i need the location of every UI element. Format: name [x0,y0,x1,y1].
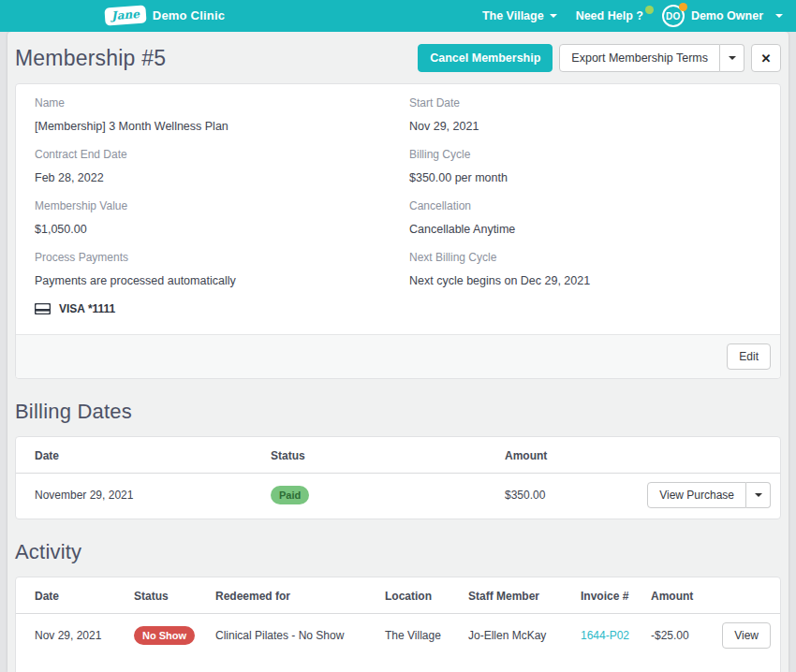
field-label: Billing Cycle [409,148,767,161]
invoice-link[interactable]: 1644-P02 [581,629,629,642]
location-menu[interactable]: The Village [482,9,557,22]
modal-header: Membership #5 Cancel Membership Export M… [7,32,789,83]
details-left-column: Name [Membership] 3 Month Wellness Plan … [35,96,401,334]
page-title: Membership #5 [15,46,166,71]
avatar: DO [662,5,685,27]
activity-invoice-cell: 1644-P02 [581,629,651,642]
field-name: Name [Membership] 3 Month Wellness Plan [35,96,401,133]
column-header-amount: Amount [651,590,767,603]
activity-date-cell: Nov 29, 2021 [35,629,134,642]
status-badge: Paid [271,486,309,504]
user-menu[interactable]: DO Demo Owner [662,5,783,27]
field-label: Contract End Date [35,148,401,161]
billing-status-cell: Paid [271,486,505,504]
activity-status-cell: No Show [134,626,215,645]
field-value: Payments are processed automatically [35,274,401,287]
column-header-status: Status [271,449,505,462]
column-header-date: Date [35,449,271,462]
column-header-staff-member: Staff Member [468,590,581,603]
activity-location-cell: The Village [385,629,468,642]
column-header-invoice: Invoice # [581,590,651,603]
field-value: [Membership] 3 Month Wellness Plan [35,120,401,133]
brand[interactable]: Jane Demo Clinic [105,7,225,24]
view-purchase-split-button: View Purchase [647,482,771,508]
chevron-down-icon [729,56,736,60]
billing-date-cell: November 29, 2021 [35,489,271,502]
details-card-footer: Edit [16,334,780,378]
activity-title: Activity [15,540,789,564]
field-process-payments: Process Payments Payments are processed … [35,251,401,287]
field-membership-value: Membership Value $1,050.00 [35,199,401,236]
close-button[interactable]: ✕ [751,44,781,72]
export-dropdown-button[interactable] [720,44,744,72]
column-header-redeemed-for: Redeemed for [215,590,385,603]
column-header-amount: Amount [505,449,767,462]
field-value: Next cycle begins on Dec 29, 2021 [409,274,767,287]
billing-table-header: Date Status Amount [16,437,780,474]
column-header-location: Location [385,590,468,603]
field-label: Next Billing Cycle [409,251,767,264]
billing-dates-card: Date Status Amount November 29, 2021 Pai… [15,436,781,519]
chevron-down-icon [550,14,557,18]
field-contract-end-date: Contract End Date Feb 28, 2022 [35,148,401,184]
field-label: Name [35,96,401,110]
field-cancellation: Cancellation Cancellable Anytime [409,199,767,236]
activity-staff-cell: Jo-Ellen McKay [468,629,581,642]
field-value: $1,050.00 [35,223,401,236]
jane-logo-icon: Jane [104,6,146,26]
table-row: November 29, 2021 Paid $350.00 View Purc… [16,474,780,519]
billing-amount-cell: $350.00 [505,489,647,502]
membership-modal: Membership #5 Cancel Membership Export M… [7,32,789,672]
status-badge: No Show [134,626,195,645]
location-menu-label: The Village [482,9,544,22]
payment-method-label: VISA *1111 [59,302,115,315]
field-label: Membership Value [35,199,401,212]
field-label: Process Payments [35,251,401,264]
field-billing-cycle: Billing Cycle $350.00 per month [409,148,767,184]
details-right-column: Start Date Nov 29, 2021 Billing Cycle $3… [401,96,767,334]
credit-card-icon [35,303,51,314]
user-menu-label: Demo Owner [691,9,763,22]
activity-table-header: Date Status Redeemed for Location Staff … [16,577,780,614]
activity-redeemed-cell: Clinical Pilates - No Show [215,629,385,642]
clinic-name: Demo Clinic [153,8,225,22]
field-next-billing-cycle: Next Billing Cycle Next cycle begins on … [409,251,767,287]
field-value: $350.00 per month [409,171,767,184]
activity-amount-cell: -$25.00 [651,629,722,642]
edit-button[interactable]: Edit [727,343,771,370]
field-value: Cancellable Anytime [409,223,767,236]
cancel-membership-button[interactable]: Cancel Membership [418,44,553,72]
table-row: Nov 29, 2021 No Show Clinical Pilates - … [16,614,780,659]
field-label: Cancellation [409,199,767,212]
status-dot-icon [679,3,687,11]
field-start-date: Start Date Nov 29, 2021 [409,96,767,133]
view-button[interactable]: View [722,622,771,649]
chevron-down-icon [775,14,783,18]
column-header-status: Status [134,590,215,603]
need-help-menu[interactable]: Need Help ? [576,9,643,22]
need-help-label: Need Help ? [576,9,643,22]
view-purchase-dropdown-button[interactable] [746,482,771,508]
payment-method: VISA *1111 [35,302,401,315]
notification-dot-icon [645,6,654,14]
chevron-down-icon [755,493,762,497]
export-membership-terms-button[interactable]: Export Membership Terms [559,44,720,72]
export-split-button: Export Membership Terms [559,44,744,72]
billing-dates-title: Billing Dates [15,400,789,424]
field-value: Feb 28, 2022 [35,171,401,184]
top-navbar: Jane Demo Clinic The Village Need Help ?… [0,0,796,32]
field-value: Nov 29, 2021 [409,120,767,133]
column-header-date: Date [35,590,134,603]
view-purchase-button[interactable]: View Purchase [647,482,746,508]
membership-details-card: Name [Membership] 3 Month Wellness Plan … [15,83,781,379]
field-label: Start Date [409,96,767,110]
activity-card: Date Status Redeemed for Location Staff … [15,577,781,672]
